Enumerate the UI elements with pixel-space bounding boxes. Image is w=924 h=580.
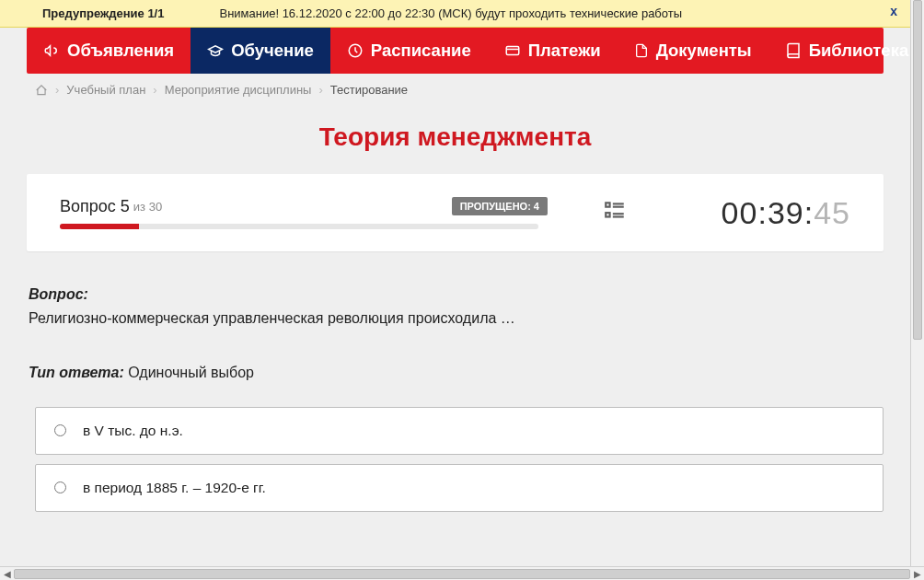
breadcrumb-sep: › xyxy=(153,83,156,97)
breadcrumb-sep: › xyxy=(318,83,322,97)
breadcrumb-event[interactable]: Мероприятие дисциплины xyxy=(165,83,312,97)
nav-announcements[interactable]: Объявления xyxy=(27,28,191,74)
page-title: Теория менеджмента xyxy=(0,122,910,152)
svg-rect-3 xyxy=(606,213,609,216)
progress-card: Вопрос 5 из 30 ПРОПУЩЕНО: 4 00:39:45 xyxy=(27,174,884,251)
svg-rect-1 xyxy=(506,47,519,55)
warning-bar: Предупреждение 1/1 Внимание! 16.12.2020 … xyxy=(0,0,910,28)
question-text: Религиозно-коммерческая управленческая р… xyxy=(29,307,882,331)
warning-close-button[interactable]: x xyxy=(890,4,897,18)
list-icon xyxy=(603,199,627,223)
skipped-badge: ПРОПУЩЕНО: 4 xyxy=(452,197,548,215)
nav-schedule[interactable]: Расписание xyxy=(330,28,488,74)
answer-radio[interactable] xyxy=(54,481,66,493)
vertical-scrollbar[interactable] xyxy=(910,0,924,566)
nav-label: Библиотека xyxy=(809,41,909,61)
breadcrumb-current: Тестирование xyxy=(330,83,408,97)
megaphone-icon xyxy=(43,42,60,59)
nav-label: Платежи xyxy=(528,41,601,61)
nav-label: Обучение xyxy=(231,41,314,61)
nav-label: Документы xyxy=(656,41,752,61)
home-icon[interactable] xyxy=(35,84,48,97)
question-label: Вопрос: xyxy=(29,286,88,302)
progress-bar xyxy=(60,224,538,229)
timer: 00:39:45 xyxy=(722,195,850,231)
clock-icon xyxy=(347,42,364,59)
answer-type-label: Тип ответа: xyxy=(29,365,124,380)
scroll-left-arrow[interactable]: ◀ xyxy=(0,567,14,581)
answer-text: в период 1885 г. – 1920-е гг. xyxy=(83,480,266,496)
nav-payments[interactable]: Платежи xyxy=(488,28,618,74)
warning-prefix: Предупреждение 1/1 xyxy=(0,6,164,20)
document-icon xyxy=(634,42,649,59)
nav-label: Расписание xyxy=(371,41,471,61)
question-total: из 30 xyxy=(133,200,162,214)
svg-rect-2 xyxy=(606,203,609,206)
breadcrumb-sep: › xyxy=(55,83,59,97)
main-nav: Объявления Обучение Расписание Платежи Д… xyxy=(27,28,884,74)
nav-learning[interactable]: Обучение xyxy=(191,28,330,74)
breadcrumb-plan[interactable]: Учебный план xyxy=(66,83,145,97)
breadcrumb: › Учебный план › Мероприятие дисциплины … xyxy=(0,74,910,97)
nav-label: Объявления xyxy=(67,41,174,61)
nav-library[interactable]: Библиотека xyxy=(768,28,910,74)
answer-option[interactable]: в период 1885 г. – 1920-е гг. xyxy=(35,464,884,512)
payment-icon xyxy=(504,42,521,59)
answer-options: в V тыс. до н.э. в период 1885 г. – 1920… xyxy=(0,385,910,512)
warning-message: Внимание! 16.12.2020 с 22:00 до 22:30 (М… xyxy=(164,6,682,20)
question-list-button[interactable] xyxy=(603,199,627,226)
graduation-icon xyxy=(207,42,224,59)
answer-type-value: Одиночный выбор xyxy=(124,365,254,380)
book-icon xyxy=(785,42,802,59)
answer-option[interactable]: в V тыс. до н.э. xyxy=(35,407,884,455)
scroll-right-arrow[interactable]: ▶ xyxy=(910,567,924,581)
question-number: Вопрос 5 xyxy=(60,197,130,216)
question-body: Вопрос: Религиозно-коммерческая управлен… xyxy=(0,251,910,385)
nav-documents[interactable]: Документы xyxy=(618,28,768,74)
answer-radio[interactable] xyxy=(54,424,66,436)
answer-text: в V тыс. до н.э. xyxy=(83,423,183,439)
horizontal-scrollbar[interactable]: ◀ ▶ xyxy=(0,566,924,580)
